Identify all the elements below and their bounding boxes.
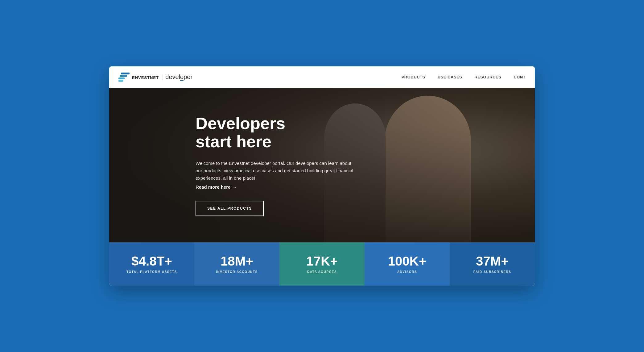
- logo-icon: [118, 73, 130, 82]
- stat-advisors-number: 100K+: [388, 255, 427, 268]
- nav-contact[interactable]: CONT: [514, 75, 526, 79]
- stat-sources-label: DATA SOURCES: [307, 270, 337, 274]
- arrow-icon: →: [232, 184, 237, 190]
- logo-developer-text: developer: [165, 73, 192, 81]
- nav-products[interactable]: PRODUCTS: [402, 75, 425, 79]
- logo-envestnet-text: ENVESTNET: [132, 75, 159, 80]
- stat-sources-number: 17K+: [306, 255, 338, 268]
- stat-subscribers-label: PAID SUBSCRIBERS: [473, 270, 511, 274]
- nav-resources[interactable]: RESOURCES: [474, 75, 501, 79]
- stat-advisors-label: ADVISORS: [397, 270, 417, 274]
- hero-title: Developers start here: [196, 114, 356, 151]
- stat-subscribers: 37M+ PAID SUBSCRIBERS: [450, 242, 535, 286]
- hero-description: Welcome to the Envestnet developer porta…: [196, 160, 356, 182]
- stat-assets: $4.8T+ TOTAL PLATFORM ASSETS: [109, 242, 194, 286]
- read-more-link[interactable]: Read more here →: [196, 184, 237, 190]
- nav-use-cases[interactable]: USE CASES: [438, 75, 462, 79]
- navbar: ENVESTNET | developer PRODUCTS USE CASES…: [109, 66, 535, 88]
- hero-content: Developers start here Welcome to the Env…: [196, 114, 356, 216]
- hero-section: Developers start here Welcome to the Env…: [109, 88, 535, 242]
- stat-accounts: 18M+ INVESTOR ACCOUNTS: [194, 242, 279, 286]
- nav-links: PRODUCTS USE CASES RESOURCES CONT: [402, 75, 526, 79]
- stat-assets-number: $4.8T+: [131, 255, 172, 268]
- stats-section: $4.8T+ TOTAL PLATFORM ASSETS 18M+ INVEST…: [109, 242, 535, 286]
- stat-assets-label: TOTAL PLATFORM ASSETS: [126, 270, 177, 274]
- browser-window: ENVESTNET | developer PRODUCTS USE CASES…: [109, 66, 535, 286]
- stat-accounts-label: INVESTOR ACCOUNTS: [216, 270, 258, 274]
- stat-subscribers-number: 37M+: [476, 255, 509, 268]
- stat-accounts-number: 18M+: [221, 255, 253, 268]
- stat-sources: 17K+ DATA SOURCES: [279, 242, 365, 286]
- logo[interactable]: ENVESTNET | developer: [118, 73, 192, 82]
- logo-divider: |: [161, 73, 163, 81]
- stat-advisors: 100K+ ADVISORS: [365, 242, 450, 286]
- see-all-products-button[interactable]: SEE ALL PRODUCTS: [196, 201, 264, 216]
